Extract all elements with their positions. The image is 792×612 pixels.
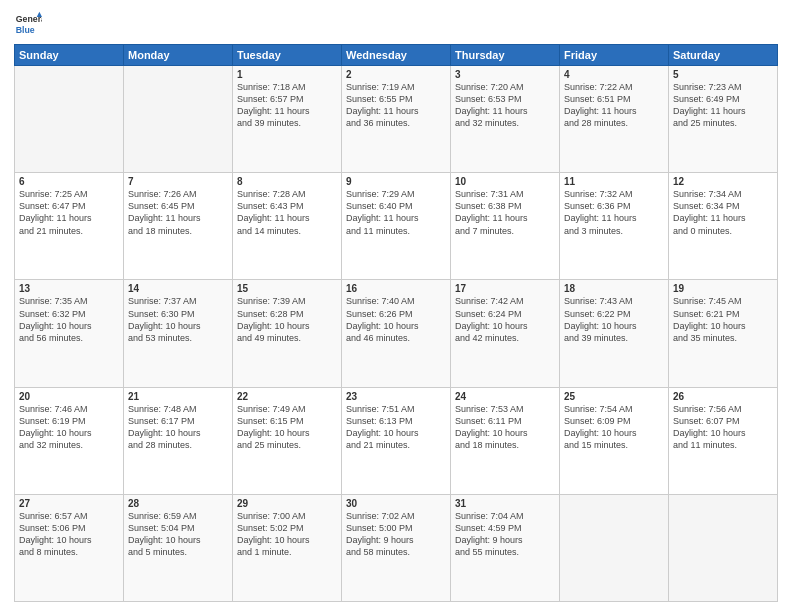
day-info: Sunrise: 7:20 AM Sunset: 6:53 PM Dayligh… — [455, 81, 555, 130]
day-info: Sunrise: 7:53 AM Sunset: 6:11 PM Dayligh… — [455, 403, 555, 452]
day-number: 25 — [564, 391, 664, 402]
day-number: 15 — [237, 283, 337, 294]
calendar-cell: 21Sunrise: 7:48 AM Sunset: 6:17 PM Dayli… — [124, 387, 233, 494]
day-info: Sunrise: 7:48 AM Sunset: 6:17 PM Dayligh… — [128, 403, 228, 452]
day-number: 9 — [346, 176, 446, 187]
day-number: 19 — [673, 283, 773, 294]
calendar-cell: 3Sunrise: 7:20 AM Sunset: 6:53 PM Daylig… — [451, 66, 560, 173]
day-number: 16 — [346, 283, 446, 294]
weekday-header: Saturday — [669, 45, 778, 66]
calendar-cell: 16Sunrise: 7:40 AM Sunset: 6:26 PM Dayli… — [342, 280, 451, 387]
day-number: 29 — [237, 498, 337, 509]
day-number: 6 — [19, 176, 119, 187]
day-number: 7 — [128, 176, 228, 187]
day-number: 23 — [346, 391, 446, 402]
day-info: Sunrise: 7:22 AM Sunset: 6:51 PM Dayligh… — [564, 81, 664, 130]
day-info: Sunrise: 7:25 AM Sunset: 6:47 PM Dayligh… — [19, 188, 119, 237]
day-info: Sunrise: 7:51 AM Sunset: 6:13 PM Dayligh… — [346, 403, 446, 452]
day-info: Sunrise: 7:19 AM Sunset: 6:55 PM Dayligh… — [346, 81, 446, 130]
day-number: 5 — [673, 69, 773, 80]
day-info: Sunrise: 7:29 AM Sunset: 6:40 PM Dayligh… — [346, 188, 446, 237]
weekday-header: Monday — [124, 45, 233, 66]
day-info: Sunrise: 7:23 AM Sunset: 6:49 PM Dayligh… — [673, 81, 773, 130]
day-number: 27 — [19, 498, 119, 509]
page: General Blue SundayMondayTuesdayWednesda… — [0, 0, 792, 612]
calendar-table: SundayMondayTuesdayWednesdayThursdayFrid… — [14, 44, 778, 602]
day-info: Sunrise: 7:26 AM Sunset: 6:45 PM Dayligh… — [128, 188, 228, 237]
day-info: Sunrise: 7:46 AM Sunset: 6:19 PM Dayligh… — [19, 403, 119, 452]
day-number: 20 — [19, 391, 119, 402]
day-info: Sunrise: 7:49 AM Sunset: 6:15 PM Dayligh… — [237, 403, 337, 452]
calendar-cell: 30Sunrise: 7:02 AM Sunset: 5:00 PM Dayli… — [342, 494, 451, 601]
day-number: 4 — [564, 69, 664, 80]
day-number: 31 — [455, 498, 555, 509]
calendar-cell: 24Sunrise: 7:53 AM Sunset: 6:11 PM Dayli… — [451, 387, 560, 494]
calendar-cell: 31Sunrise: 7:04 AM Sunset: 4:59 PM Dayli… — [451, 494, 560, 601]
day-number: 17 — [455, 283, 555, 294]
calendar-cell: 12Sunrise: 7:34 AM Sunset: 6:34 PM Dayli… — [669, 173, 778, 280]
calendar-cell: 25Sunrise: 7:54 AM Sunset: 6:09 PM Dayli… — [560, 387, 669, 494]
calendar-cell: 9Sunrise: 7:29 AM Sunset: 6:40 PM Daylig… — [342, 173, 451, 280]
calendar-cell: 6Sunrise: 7:25 AM Sunset: 6:47 PM Daylig… — [15, 173, 124, 280]
calendar-cell: 7Sunrise: 7:26 AM Sunset: 6:45 PM Daylig… — [124, 173, 233, 280]
day-info: Sunrise: 7:45 AM Sunset: 6:21 PM Dayligh… — [673, 295, 773, 344]
day-number: 30 — [346, 498, 446, 509]
calendar-header-row: SundayMondayTuesdayWednesdayThursdayFrid… — [15, 45, 778, 66]
calendar-cell: 23Sunrise: 7:51 AM Sunset: 6:13 PM Dayli… — [342, 387, 451, 494]
calendar-cell: 10Sunrise: 7:31 AM Sunset: 6:38 PM Dayli… — [451, 173, 560, 280]
day-info: Sunrise: 7:31 AM Sunset: 6:38 PM Dayligh… — [455, 188, 555, 237]
day-info: Sunrise: 7:39 AM Sunset: 6:28 PM Dayligh… — [237, 295, 337, 344]
day-number: 22 — [237, 391, 337, 402]
calendar-cell: 18Sunrise: 7:43 AM Sunset: 6:22 PM Dayli… — [560, 280, 669, 387]
calendar-cell: 22Sunrise: 7:49 AM Sunset: 6:15 PM Dayli… — [233, 387, 342, 494]
day-number: 24 — [455, 391, 555, 402]
day-number: 10 — [455, 176, 555, 187]
svg-text:Blue: Blue — [16, 25, 35, 35]
day-number: 11 — [564, 176, 664, 187]
day-number: 18 — [564, 283, 664, 294]
day-number: 12 — [673, 176, 773, 187]
day-number: 2 — [346, 69, 446, 80]
header: General Blue — [14, 10, 778, 38]
calendar-week-row: 27Sunrise: 6:57 AM Sunset: 5:06 PM Dayli… — [15, 494, 778, 601]
day-info: Sunrise: 7:43 AM Sunset: 6:22 PM Dayligh… — [564, 295, 664, 344]
calendar-week-row: 20Sunrise: 7:46 AM Sunset: 6:19 PM Dayli… — [15, 387, 778, 494]
weekday-header: Tuesday — [233, 45, 342, 66]
logo-icon: General Blue — [14, 10, 42, 38]
day-info: Sunrise: 7:42 AM Sunset: 6:24 PM Dayligh… — [455, 295, 555, 344]
weekday-header: Friday — [560, 45, 669, 66]
calendar-cell: 2Sunrise: 7:19 AM Sunset: 6:55 PM Daylig… — [342, 66, 451, 173]
calendar-cell: 27Sunrise: 6:57 AM Sunset: 5:06 PM Dayli… — [15, 494, 124, 601]
day-info: Sunrise: 7:34 AM Sunset: 6:34 PM Dayligh… — [673, 188, 773, 237]
day-number: 8 — [237, 176, 337, 187]
day-info: Sunrise: 7:40 AM Sunset: 6:26 PM Dayligh… — [346, 295, 446, 344]
day-number: 1 — [237, 69, 337, 80]
calendar-cell — [560, 494, 669, 601]
day-info: Sunrise: 7:00 AM Sunset: 5:02 PM Dayligh… — [237, 510, 337, 559]
calendar-cell: 19Sunrise: 7:45 AM Sunset: 6:21 PM Dayli… — [669, 280, 778, 387]
calendar-cell: 29Sunrise: 7:00 AM Sunset: 5:02 PM Dayli… — [233, 494, 342, 601]
day-number: 21 — [128, 391, 228, 402]
logo: General Blue — [14, 10, 46, 38]
day-info: Sunrise: 7:32 AM Sunset: 6:36 PM Dayligh… — [564, 188, 664, 237]
weekday-header: Wednesday — [342, 45, 451, 66]
day-number: 14 — [128, 283, 228, 294]
calendar-week-row: 6Sunrise: 7:25 AM Sunset: 6:47 PM Daylig… — [15, 173, 778, 280]
day-info: Sunrise: 7:02 AM Sunset: 5:00 PM Dayligh… — [346, 510, 446, 559]
calendar-cell — [15, 66, 124, 173]
calendar-cell: 5Sunrise: 7:23 AM Sunset: 6:49 PM Daylig… — [669, 66, 778, 173]
day-info: Sunrise: 7:28 AM Sunset: 6:43 PM Dayligh… — [237, 188, 337, 237]
day-info: Sunrise: 6:57 AM Sunset: 5:06 PM Dayligh… — [19, 510, 119, 559]
calendar-cell — [124, 66, 233, 173]
calendar-cell: 11Sunrise: 7:32 AM Sunset: 6:36 PM Dayli… — [560, 173, 669, 280]
calendar-cell: 26Sunrise: 7:56 AM Sunset: 6:07 PM Dayli… — [669, 387, 778, 494]
calendar-week-row: 1Sunrise: 7:18 AM Sunset: 6:57 PM Daylig… — [15, 66, 778, 173]
calendar-cell: 28Sunrise: 6:59 AM Sunset: 5:04 PM Dayli… — [124, 494, 233, 601]
calendar-cell: 17Sunrise: 7:42 AM Sunset: 6:24 PM Dayli… — [451, 280, 560, 387]
calendar-cell — [669, 494, 778, 601]
day-info: Sunrise: 7:35 AM Sunset: 6:32 PM Dayligh… — [19, 295, 119, 344]
weekday-header: Thursday — [451, 45, 560, 66]
calendar-cell: 4Sunrise: 7:22 AM Sunset: 6:51 PM Daylig… — [560, 66, 669, 173]
day-info: Sunrise: 7:37 AM Sunset: 6:30 PM Dayligh… — [128, 295, 228, 344]
day-number: 13 — [19, 283, 119, 294]
